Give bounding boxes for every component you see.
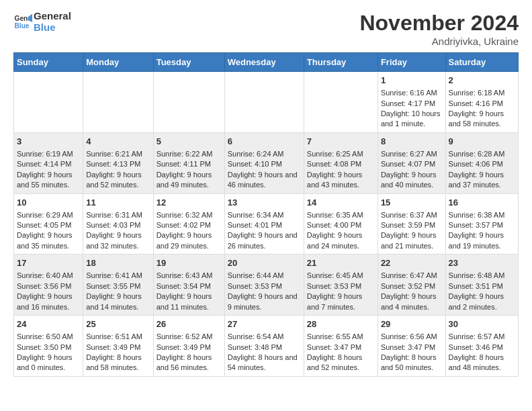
day-info-line: Sunset: 3:52 PM — [381, 281, 443, 291]
day-info-line: Daylight: 9 hours and 46 minutes. — [228, 170, 301, 191]
calendar-day-cell: 2Sunrise: 6:18 AMSunset: 4:16 PMDaylight… — [445, 72, 518, 133]
day-number: 14 — [307, 197, 375, 209]
main-title: November 2024 — [359, 11, 519, 36]
day-info-line: Sunrise: 6:54 AM — [228, 332, 301, 342]
day-number: 3 — [17, 136, 80, 148]
day-info-line: Daylight: 9 hours and 37 minutes. — [449, 170, 515, 191]
calendar-week-row: 1Sunrise: 6:16 AMSunset: 4:17 PMDaylight… — [14, 72, 519, 133]
day-info-line: Sunrise: 6:50 AM — [17, 332, 80, 342]
day-info-line: Sunrise: 6:34 AM — [228, 210, 301, 220]
day-info-line: Sunrise: 6:47 AM — [381, 271, 443, 281]
day-info-line: Daylight: 9 hours and 16 minutes. — [17, 291, 80, 312]
calendar-day-cell: 26Sunrise: 6:52 AMSunset: 3:49 PMDayligh… — [153, 316, 224, 377]
day-info-line: Sunset: 4:00 PM — [307, 220, 375, 230]
day-info-line: Sunrise: 6:25 AM — [307, 149, 375, 159]
day-number: 29 — [381, 318, 443, 330]
logo-line1: General — [34, 11, 71, 22]
day-info-line: Sunrise: 6:24 AM — [228, 149, 301, 159]
day-info-line: Sunset: 3:53 PM — [307, 281, 375, 291]
header-cell-friday: Friday — [378, 53, 445, 72]
day-info-line: Sunset: 3:53 PM — [228, 281, 301, 291]
day-info-line: Sunset: 4:07 PM — [381, 159, 443, 169]
day-number: 18 — [86, 257, 150, 269]
calendar-week-row: 10Sunrise: 6:29 AMSunset: 4:05 PMDayligh… — [14, 193, 519, 255]
day-info-line: Sunrise: 6:22 AM — [157, 149, 222, 159]
header-cell-thursday: Thursday — [304, 53, 378, 72]
day-info-line: Daylight: 8 hours and 58 minutes. — [86, 353, 150, 373]
day-info-line: Daylight: 8 hours and 52 minutes. — [307, 353, 375, 373]
day-info-line: Daylight: 9 hours and 29 minutes. — [157, 230, 222, 251]
calendar-day-cell: 1Sunrise: 6:16 AMSunset: 4:17 PMDaylight… — [378, 72, 445, 133]
day-info-line: Sunset: 3:46 PM — [449, 342, 515, 353]
calendar-day-cell: 9Sunrise: 6:28 AMSunset: 4:06 PMDaylight… — [445, 132, 518, 193]
day-info-line: Sunrise: 6:55 AM — [307, 332, 375, 342]
day-info-line: Daylight: 8 hours and 56 minutes. — [157, 353, 222, 373]
day-info-line: Sunrise: 6:37 AM — [381, 210, 443, 220]
day-number: 21 — [307, 257, 375, 269]
calendar-body: 1Sunrise: 6:16 AMSunset: 4:17 PMDaylight… — [14, 72, 519, 377]
day-info-line: Sunset: 4:01 PM — [228, 220, 301, 230]
day-info-line: Sunrise: 6:21 AM — [86, 149, 150, 159]
day-number: 28 — [307, 318, 375, 330]
day-number: 2 — [449, 75, 515, 87]
day-info-line: Sunset: 4:02 PM — [157, 220, 222, 230]
calendar-day-cell: 24Sunrise: 6:50 AMSunset: 3:50 PMDayligh… — [14, 316, 83, 377]
day-info-line: Sunset: 3:47 PM — [381, 342, 443, 353]
day-info-line: Daylight: 9 hours and 32 minutes. — [86, 230, 150, 251]
day-info-line: Sunrise: 6:27 AM — [381, 149, 443, 159]
calendar-header: SundayMondayTuesdayWednesdayThursdayFrid… — [14, 53, 519, 72]
calendar-week-row: 24Sunrise: 6:50 AMSunset: 3:50 PMDayligh… — [14, 316, 519, 377]
day-info-line: Sunrise: 6:43 AM — [157, 271, 222, 281]
day-number: 23 — [449, 257, 515, 269]
day-number: 20 — [228, 257, 301, 269]
calendar-day-cell: 3Sunrise: 6:19 AMSunset: 4:14 PMDaylight… — [14, 132, 83, 193]
calendar-day-cell: 8Sunrise: 6:27 AMSunset: 4:07 PMDaylight… — [378, 132, 445, 193]
day-info-line: Sunrise: 6:40 AM — [17, 271, 80, 281]
calendar-day-cell: 25Sunrise: 6:51 AMSunset: 3:49 PMDayligh… — [83, 316, 153, 377]
day-info-line: Sunset: 3:57 PM — [449, 220, 515, 230]
day-info-line: Daylight: 8 hours and 54 minutes. — [228, 353, 301, 373]
day-number: 12 — [157, 197, 222, 209]
calendar-day-cell: 15Sunrise: 6:37 AMSunset: 3:59 PMDayligh… — [378, 193, 445, 255]
day-number: 8 — [381, 136, 443, 148]
day-number: 13 — [228, 197, 301, 209]
calendar-day-cell: 19Sunrise: 6:43 AMSunset: 3:54 PMDayligh… — [153, 255, 224, 316]
calendar-day-cell — [83, 72, 153, 133]
day-info-line: Sunrise: 6:45 AM — [307, 271, 375, 281]
calendar-table: SundayMondayTuesdayWednesdayThursdayFrid… — [13, 52, 519, 377]
day-info-line: Daylight: 9 hours and 49 minutes. — [157, 170, 222, 191]
day-info-line: Daylight: 9 hours and 21 minutes. — [381, 230, 443, 251]
day-info-line: Sunset: 3:49 PM — [86, 342, 150, 353]
day-info-line: Sunset: 4:10 PM — [228, 159, 301, 169]
day-number: 26 — [157, 318, 222, 330]
header-cell-monday: Monday — [83, 53, 153, 72]
day-info-line: Sunrise: 6:52 AM — [157, 332, 222, 342]
day-info-line: Sunrise: 6:31 AM — [86, 210, 150, 220]
day-info-line: Sunset: 4:16 PM — [449, 99, 515, 109]
calendar-day-cell: 13Sunrise: 6:34 AMSunset: 4:01 PMDayligh… — [224, 193, 304, 255]
header-row: SundayMondayTuesdayWednesdayThursdayFrid… — [14, 53, 519, 72]
day-info-line: Sunset: 3:54 PM — [157, 281, 222, 291]
day-number: 10 — [17, 197, 80, 209]
day-info-line: Sunset: 3:56 PM — [17, 281, 80, 291]
day-info-line: Daylight: 9 hours and 4 minutes. — [381, 291, 443, 312]
day-info-line: Sunrise: 6:38 AM — [449, 210, 515, 220]
day-info-line: Sunset: 4:06 PM — [449, 159, 515, 169]
header-cell-saturday: Saturday — [445, 53, 518, 72]
day-info-line: Sunrise: 6:32 AM — [157, 210, 222, 220]
day-number: 4 — [86, 136, 150, 148]
day-info-line: Daylight: 9 hours and 14 minutes. — [86, 291, 150, 312]
calendar-day-cell: 6Sunrise: 6:24 AMSunset: 4:10 PMDaylight… — [224, 132, 304, 193]
day-info-line: Daylight: 8 hours and 48 minutes. — [449, 353, 515, 373]
calendar-day-cell: 28Sunrise: 6:55 AMSunset: 3:47 PMDayligh… — [304, 316, 378, 377]
logo: General Blue General Blue — [13, 11, 71, 33]
day-info-line: Daylight: 9 hours and 0 minutes. — [17, 353, 80, 373]
title-area: November 2024 Andriyivka, Ukraine — [359, 11, 519, 47]
day-number: 6 — [228, 136, 301, 148]
calendar-day-cell: 17Sunrise: 6:40 AMSunset: 3:56 PMDayligh… — [14, 255, 83, 316]
calendar-day-cell: 5Sunrise: 6:22 AMSunset: 4:11 PMDaylight… — [153, 132, 224, 193]
day-info-line: Daylight: 9 hours and 26 minutes. — [228, 230, 301, 251]
day-info-line: Daylight: 9 hours and 9 minutes. — [228, 291, 301, 312]
day-info-line: Sunrise: 6:48 AM — [449, 271, 515, 281]
day-info-line: Sunrise: 6:51 AM — [86, 332, 150, 342]
